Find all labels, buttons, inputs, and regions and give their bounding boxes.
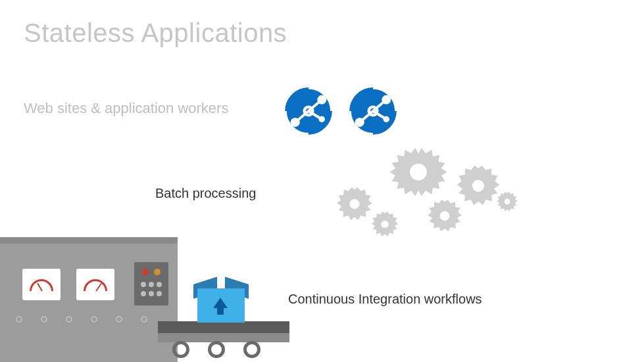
azure-app-service-icon bbox=[347, 85, 399, 137]
label-batch: Batch processing bbox=[155, 186, 256, 201]
label-websites: Web sites & application workers bbox=[24, 100, 228, 117]
rivet-row bbox=[0, 316, 178, 327]
open-box-upload-icon bbox=[197, 282, 250, 321]
conveyor-wheel-icon bbox=[243, 341, 260, 358]
svg-point-23 bbox=[505, 199, 510, 205]
conveyor-wheel-icon bbox=[172, 341, 189, 358]
slide-title: Stateless Applications bbox=[24, 18, 287, 48]
machine-body bbox=[0, 244, 178, 362]
indicator-lamp-icon bbox=[154, 269, 161, 275]
svg-point-18 bbox=[410, 164, 427, 181]
factory-machine-icon bbox=[0, 231, 289, 362]
gear-icon bbox=[370, 212, 399, 240]
conveyor-belt bbox=[158, 321, 289, 333]
gears-cluster-icon bbox=[329, 151, 539, 243]
gauge-panel bbox=[22, 269, 61, 300]
gauge-panel bbox=[76, 269, 114, 300]
svg-point-19 bbox=[349, 199, 359, 209]
conveyor-wheel-icon bbox=[208, 341, 225, 358]
gear-icon bbox=[335, 187, 374, 225]
svg-point-17 bbox=[384, 116, 389, 122]
control-panel bbox=[134, 262, 168, 305]
gear-icon bbox=[496, 192, 518, 214]
svg-point-22 bbox=[472, 180, 484, 192]
indicator-lamp-icon bbox=[142, 269, 149, 275]
svg-point-20 bbox=[381, 221, 388, 228]
gear-icon bbox=[455, 166, 501, 212]
svg-point-21 bbox=[440, 211, 450, 221]
svg-point-8 bbox=[319, 116, 325, 122]
azure-app-service-icon bbox=[283, 85, 334, 137]
label-ci: Continuous Integration workflows bbox=[288, 292, 482, 307]
